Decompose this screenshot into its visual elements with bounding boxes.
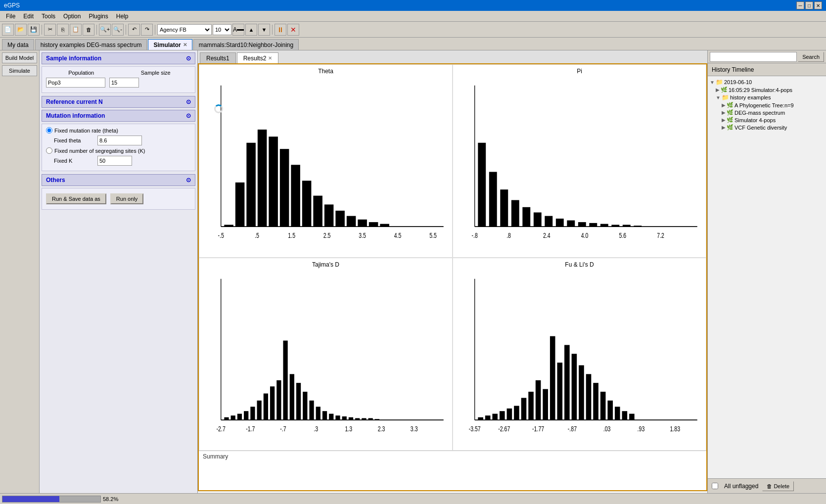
theta-spinner — [214, 104, 223, 113]
delete-button[interactable]: 🗑 Delete — [762, 481, 794, 491]
tree-expand-vcf[interactable]: ▶ — [722, 125, 726, 130]
svg-rect-72 — [375, 419, 379, 420]
copy-button[interactable]: ⎘ — [57, 24, 69, 36]
svg-rect-64 — [322, 411, 327, 420]
search-input[interactable] — [710, 52, 797, 62]
open-button[interactable]: 📂 — [15, 24, 27, 36]
reference-n-collapse-icon[interactable]: ⊙ — [186, 98, 191, 105]
svg-rect-8 — [291, 165, 300, 227]
tree-label-vcf[interactable]: VCF Genetic diversity — [734, 125, 787, 131]
sample-size-input[interactable] — [109, 78, 139, 88]
font-select[interactable]: Agency FB — [157, 24, 212, 35]
run-save-button[interactable]: Run & Save data as — [46, 193, 106, 204]
svg-rect-58 — [283, 340, 287, 419]
tree-expand-phylo[interactable]: ▶ — [722, 102, 726, 108]
fixed-k-radio[interactable] — [46, 147, 52, 154]
menu-plugins[interactable]: Plugins — [85, 12, 112, 21]
pi-chart: Pi — [453, 64, 706, 258]
svg-rect-91 — [543, 389, 548, 419]
tree-label-sim-4pops[interactable]: 16:05:29 Simulator:4-pops — [729, 87, 792, 93]
new-button[interactable]: 📄 — [2, 24, 14, 36]
tab-mydata[interactable]: My data — [2, 39, 34, 50]
fixed-k-label-row: Fixed number of segregating sites (K) — [46, 147, 191, 154]
svg-text:.3: .3 — [314, 425, 318, 433]
history-tree: ▼ 📁 2019-06-10 ▶ 🌿 16:05:29 Simulator:4-… — [708, 76, 826, 478]
svg-rect-82 — [478, 417, 483, 419]
tree-label-sim2[interactable]: Simulator 4-pops — [734, 117, 776, 123]
minimize-button[interactable]: ─ — [796, 1, 804, 9]
tree-label-deg[interactable]: DEG-mass spectrum — [734, 110, 785, 116]
menu-edit[interactable]: Edit — [19, 12, 38, 21]
tree-expand-hist[interactable]: ▼ — [716, 95, 721, 100]
font-down-button[interactable]: ▼ — [258, 24, 270, 36]
font-size-select[interactable]: 10 — [213, 24, 231, 35]
font-up-button[interactable]: ▲ — [245, 24, 257, 36]
fixed-theta-input[interactable] — [97, 136, 142, 145]
sample-info-collapse-icon[interactable]: ⊙ — [186, 55, 191, 62]
reference-n-header[interactable]: Reference current N ⊙ — [42, 96, 195, 108]
tab-history-deg[interactable]: history examples DEG-mass spectrum — [35, 39, 147, 50]
tab-mammals[interactable]: mammals:Stard10:Neighbor-Joining — [193, 39, 299, 50]
simulate-button[interactable]: Simulate — [2, 65, 37, 76]
tree-label-date[interactable]: 2019-06-10 — [724, 79, 752, 85]
tree-expand-date[interactable]: ▼ — [710, 80, 715, 85]
svg-rect-63 — [316, 407, 321, 420]
svg-rect-84 — [492, 413, 498, 419]
fixed-k-input[interactable] — [97, 156, 132, 166]
tree-label-phylo[interactable]: A Phylogenetic Tree:n=9 — [734, 102, 794, 108]
menu-tools[interactable]: Tools — [38, 12, 59, 21]
svg-rect-88 — [521, 398, 527, 420]
menu-option[interactable]: Option — [59, 12, 85, 21]
unflagged-checkbox[interactable] — [712, 483, 718, 489]
pause-button[interactable]: ⏸ — [275, 24, 286, 36]
zoom-out-button[interactable]: 🔍- — [112, 24, 124, 36]
run-only-button[interactable]: Run only — [110, 193, 143, 204]
sub-tab-results2-close[interactable]: ✕ — [268, 55, 272, 61]
tree-expand-deg[interactable]: ▶ — [722, 110, 726, 115]
svg-rect-53 — [250, 407, 255, 420]
close-button[interactable]: ✕ — [814, 1, 822, 9]
tab-simulator-close[interactable]: ✕ — [183, 42, 187, 47]
build-model-button[interactable]: Build Model — [2, 52, 37, 63]
maximize-button[interactable]: □ — [805, 1, 813, 9]
tab-simulator[interactable]: Simulator ✕ — [148, 39, 192, 50]
search-button[interactable]: Search — [798, 52, 824, 62]
undo-button[interactable]: ↶ — [128, 24, 140, 36]
right-panel: Search History Timeline ▼ 📁 2019-06-10 ▶… — [707, 50, 826, 493]
svg-text:5.6: 5.6 — [619, 232, 627, 240]
left-sidebar: Build Model Simulate — [0, 50, 40, 493]
menu-help[interactable]: Help — [112, 12, 133, 21]
sub-tab-results2[interactable]: Results2 ✕ — [237, 52, 279, 63]
mutation-info-header[interactable]: Mutation information ⊙ — [42, 110, 195, 122]
paste-button[interactable]: 📋 — [70, 24, 82, 36]
zoom-in-button[interactable]: 🔍+ — [99, 24, 111, 36]
delete-button[interactable]: 🗑 — [83, 24, 94, 36]
svg-rect-14 — [358, 220, 367, 227]
svg-rect-51 — [237, 413, 242, 419]
tree-expand-sim2[interactable]: ▶ — [722, 117, 726, 123]
tree-node-date: ▼ 📁 2019-06-10 — [710, 78, 824, 86]
save-button[interactable]: 💾 — [28, 24, 40, 36]
tree-node-sim2: ▶ 🌿 Simulator 4-pops — [710, 116, 824, 124]
tree-node-vcf: ▶ 🌿 VCF Genetic diversity — [710, 124, 824, 131]
svg-rect-6 — [269, 137, 278, 227]
tree-expand-sim[interactable]: ▶ — [716, 87, 720, 92]
redo-button[interactable]: ↷ — [141, 24, 153, 36]
others-header[interactable]: Others ⊙ — [42, 174, 195, 186]
theta-chart: Theta — [199, 64, 453, 258]
mutation-info-collapse-icon[interactable]: ⊙ — [186, 112, 191, 119]
fixed-rate-radio[interactable] — [46, 127, 52, 134]
population-input[interactable] — [46, 78, 105, 88]
font-color-button[interactable]: A — [232, 24, 244, 36]
menu-file[interactable]: File — [2, 12, 19, 21]
cut-button[interactable]: ✂ — [44, 24, 56, 36]
right-bottom: All unflagged 🗑 Delete — [708, 478, 826, 493]
others-collapse-icon[interactable]: ⊙ — [186, 177, 191, 183]
svg-rect-61 — [303, 391, 307, 419]
fixed-rate-row: Fixed mutation rate (theta) — [46, 127, 191, 134]
stop-button[interactable]: ✕ — [287, 24, 299, 36]
tree-node-simulator-4pops: ▶ 🌿 16:05:29 Simulator:4-pops — [710, 86, 824, 93]
sub-tab-results1[interactable]: Results1 — [200, 52, 236, 63]
sample-info-header[interactable]: Sample information ⊙ — [42, 52, 195, 64]
tree-label-hist-examples[interactable]: history examples — [730, 94, 771, 100]
